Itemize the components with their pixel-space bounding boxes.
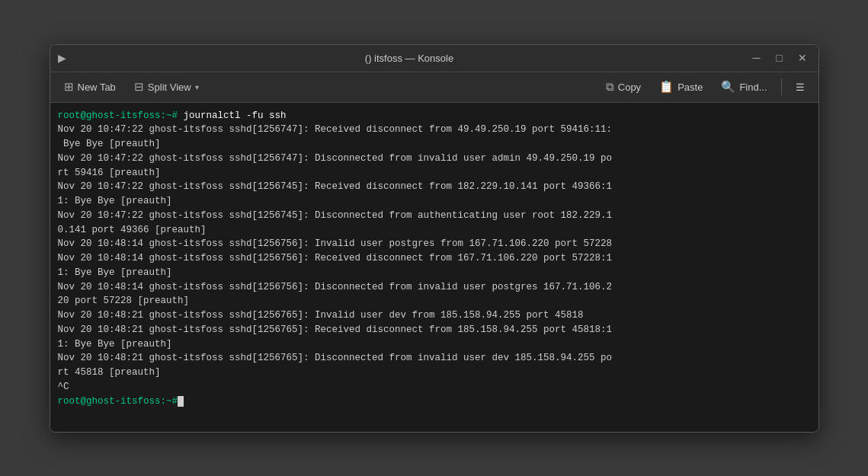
log-line: 1: Bye Bye [preauth] [58,337,811,352]
menu-button[interactable]: ☰ [788,78,812,96]
log-line: Nov 20 10:47:22 ghost-itsfoss sshd[12567… [58,180,811,194]
log-line: Nov 20 10:47:22 ghost-itsfoss sshd[12567… [58,123,811,137]
copy-button[interactable]: ⧉ Copy [598,77,649,97]
window-title: () itsfoss — Konsole [71,53,748,64]
prompt-1: root@ghost-itsfoss:~# [58,110,178,121]
terminal-output[interactable]: root@ghost-itsfoss:~# journalctl -fu ssh… [50,103,818,432]
new-tab-icon: ⊞ [64,80,74,94]
log-line: Nov 20 10:48:21 ghost-itsfoss sshd[12567… [58,323,811,337]
split-view-icon: ⊟ [134,80,144,94]
log-line: Nov 20 10:48:21 ghost-itsfoss sshd[12567… [58,351,811,366]
window-controls: ─ □ ✕ [748,50,811,66]
log-output: Nov 20 10:47:22 ghost-itsfoss sshd[12567… [58,123,811,394]
copy-label: Copy [618,81,641,93]
toolbar-separator [781,78,782,95]
log-line: Nov 20 10:48:14 ghost-itsfoss sshd[12567… [58,237,811,251]
copy-icon: ⧉ [606,80,614,94]
close-button[interactable]: ✕ [794,50,811,66]
log-line: Nov 20 10:48:14 ghost-itsfoss sshd[12567… [58,251,811,266]
log-line: Nov 20 10:48:14 ghost-itsfoss sshd[12567… [58,280,811,295]
menu-icon: ☰ [796,81,805,93]
log-line: 0.141 port 49366 [preauth] [58,223,811,238]
paste-button[interactable]: 📋 Paste [652,77,710,97]
paste-label: Paste [677,81,703,93]
log-line: Bye Bye [preauth] [58,137,811,152]
find-button[interactable]: 🔍 Find... [713,77,774,97]
terminal-window: ▶ () itsfoss — Konsole ─ □ ✕ ⊞ New Tab ⊟… [50,44,819,433]
log-line: 20 port 57228 [preauth] [58,294,811,308]
maximize-button[interactable]: □ [771,50,788,66]
split-view-arrow: ▾ [195,83,199,91]
log-line: Nov 20 10:47:22 ghost-itsfoss sshd[12567… [58,209,811,223]
log-line: rt 45818 [preauth] [58,366,811,380]
paste-icon: 📋 [659,80,674,94]
command-1: journalctl -fu ssh [178,110,287,121]
log-line: ^C [58,380,811,395]
new-tab-button[interactable]: ⊞ New Tab [56,77,123,97]
log-line: rt 59416 [preauth] [58,166,811,180]
toolbar-right: ⧉ Copy 📋 Paste 🔍 Find... ☰ [598,77,812,97]
find-label: Find... [739,81,767,93]
command-line-2: root@ghost-itsfoss:~# [58,395,811,409]
find-icon: 🔍 [721,80,735,94]
log-line: 1: Bye Bye [preauth] [58,266,811,280]
new-tab-label: New Tab [78,81,116,93]
prompt-2: root@ghost-itsfoss:~# [58,396,178,407]
split-view-button[interactable]: ⊟ Split View ▾ [127,77,207,97]
command-line-1: root@ghost-itsfoss:~# journalctl -fu ssh [58,109,811,123]
minimize-button[interactable]: ─ [748,50,765,66]
log-line: Nov 20 10:48:21 ghost-itsfoss sshd[12567… [58,308,811,323]
title-bar: ▶ () itsfoss — Konsole ─ □ ✕ [50,45,818,72]
toolbar: ⊞ New Tab ⊟ Split View ▾ ⧉ Copy 📋 Paste … [50,72,818,103]
log-line: 1: Bye Bye [preauth] [58,194,811,209]
title-bar-left: ▶ [58,52,71,64]
konsole-icon: ▶ [58,52,66,64]
cursor [178,396,184,407]
split-view-label: Split View [148,81,191,93]
log-line: Nov 20 10:47:22 ghost-itsfoss sshd[12567… [58,152,811,166]
